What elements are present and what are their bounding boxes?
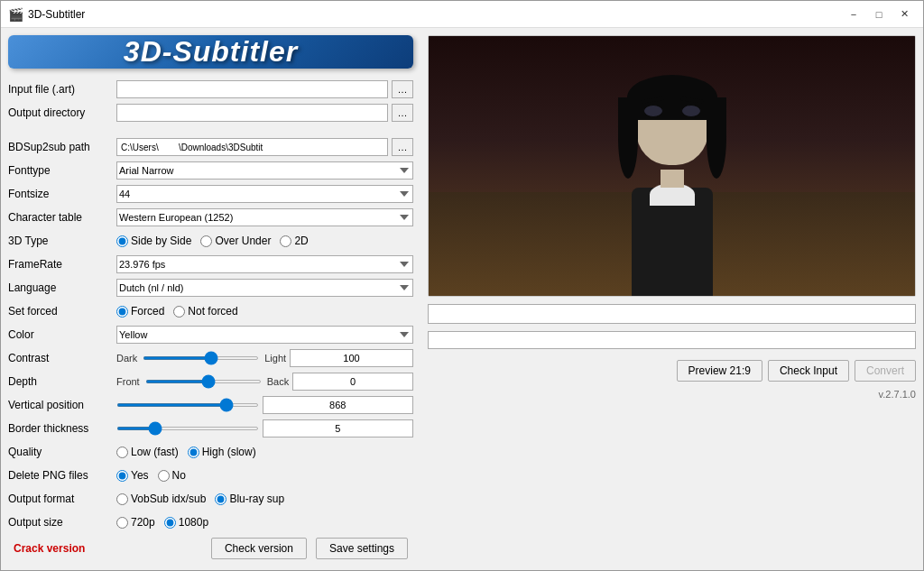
bdsup2sub-label: BDSup2sub path bbox=[8, 141, 116, 153]
fonttype-select[interactable]: Arial Narrow Arial Times New Roman bbox=[116, 161, 413, 180]
set-forced-radio-group: Forced Not forced bbox=[116, 305, 238, 318]
not-forced-label: Not forced bbox=[188, 305, 237, 318]
bdsup2sub-browse-button[interactable]: … bbox=[392, 138, 413, 156]
delete-png-no-label[interactable]: No bbox=[158, 469, 186, 482]
type-3d-side-by-side[interactable]: Side by Side bbox=[116, 235, 191, 247]
check-input-button[interactable]: Check Input bbox=[768, 360, 849, 382]
char-hair-right bbox=[707, 97, 726, 179]
forced-radio[interactable] bbox=[116, 306, 128, 318]
forced-label: Forced bbox=[131, 305, 164, 318]
character-body bbox=[618, 115, 726, 296]
input-file-field[interactable] bbox=[116, 80, 388, 98]
output-size-label: Output size bbox=[8, 516, 116, 529]
border-label: Border thickness bbox=[8, 422, 116, 435]
type-3d-2d[interactable]: 2D bbox=[280, 235, 308, 247]
framerate-select[interactable]: 23.976 fps 24 fps 25 fps 29.97 fps bbox=[116, 255, 413, 273]
quality-low-label[interactable]: Low (fast) bbox=[116, 446, 179, 458]
size-1080p-label[interactable]: 1080p bbox=[164, 516, 208, 529]
minimize-button[interactable]: − bbox=[842, 5, 865, 24]
type-3d-ou-label: Over Under bbox=[215, 235, 271, 247]
type-3d-2d-label: 2D bbox=[294, 235, 308, 247]
input-file-browse-button[interactable]: … bbox=[392, 80, 413, 98]
vertical-value-field[interactable] bbox=[263, 396, 414, 414]
char-table-select[interactable]: Western European (1252) UTF-8 bbox=[116, 208, 413, 226]
right-dropdown[interactable] bbox=[428, 304, 916, 324]
app-logo: 3D-Subtitler bbox=[8, 35, 413, 69]
preview-button[interactable]: Preview 21:9 bbox=[677, 360, 762, 382]
border-slider-container bbox=[116, 427, 259, 430]
character-area bbox=[429, 36, 915, 296]
vertical-label: Vertical position bbox=[8, 399, 116, 411]
maximize-button[interactable]: □ bbox=[867, 5, 891, 24]
language-select[interactable]: Dutch (nl / nld) English (en / eng) Germ… bbox=[116, 279, 413, 297]
convert-button[interactable]: Convert bbox=[855, 360, 916, 382]
set-forced-controls: Forced Not forced bbox=[116, 305, 413, 318]
fontsize-select[interactable]: 44 32 36 40 48 bbox=[116, 185, 413, 203]
border-value-field[interactable] bbox=[263, 419, 414, 437]
char-eye-right bbox=[681, 105, 701, 117]
vobsub-label[interactable]: VobSub idx/sub bbox=[116, 493, 206, 505]
type-3d-over-under[interactable]: Over Under bbox=[200, 235, 271, 247]
char-eye-left bbox=[643, 105, 663, 117]
depth-slider[interactable] bbox=[145, 380, 262, 383]
not-forced-radio-label[interactable]: Not forced bbox=[173, 305, 237, 318]
bluray-radio[interactable] bbox=[215, 493, 226, 505]
type-3d-2d-radio[interactable] bbox=[280, 235, 291, 247]
type-3d-ou-radio[interactable] bbox=[200, 235, 212, 247]
forced-radio-label[interactable]: Forced bbox=[116, 305, 164, 318]
left-panel: 3D-Subtitler Input file (.art) … Output … bbox=[1, 28, 420, 570]
size-1080p-radio[interactable] bbox=[164, 517, 176, 529]
type-3d-label: 3D Type bbox=[8, 235, 116, 247]
bdsup2sub-row: BDSup2sub path … bbox=[8, 137, 413, 157]
bluray-label[interactable]: Blu-ray sup bbox=[215, 493, 284, 505]
settings-form: Input file (.art) … Output directory … bbox=[8, 79, 413, 532]
delete-png-yes-label[interactable]: Yes bbox=[116, 469, 149, 482]
logo-text: 3D-Subtitler bbox=[124, 35, 298, 69]
window-title: 3D-Subtitler bbox=[28, 8, 842, 21]
right-text-input[interactable] bbox=[428, 331, 916, 349]
quality-label: Quality bbox=[8, 446, 116, 458]
content-area: 3D-Subtitler Input file (.art) … Output … bbox=[1, 28, 923, 570]
output-dir-label: Output directory bbox=[8, 106, 116, 119]
quality-high-radio[interactable] bbox=[188, 447, 199, 458]
contrast-slider[interactable] bbox=[143, 356, 259, 360]
output-format-radio-group: VobSub idx/sub Blu-ray sup bbox=[116, 493, 284, 505]
contrast-value-field[interactable] bbox=[290, 349, 413, 367]
save-settings-button[interactable]: Save settings bbox=[316, 538, 408, 559]
delete-png-no-radio[interactable] bbox=[158, 470, 170, 482]
bdsup2sub-controls: … bbox=[116, 138, 413, 156]
vertical-slider[interactable] bbox=[116, 403, 259, 407]
type-3d-sbs-radio[interactable] bbox=[116, 235, 128, 247]
vobsub-radio[interactable] bbox=[116, 493, 128, 505]
output-dir-field[interactable] bbox=[116, 104, 388, 122]
char-hair-left bbox=[618, 97, 638, 179]
size-720p-radio[interactable] bbox=[116, 517, 128, 529]
quality-controls: Low (fast) High (slow) bbox=[116, 446, 413, 458]
fonttype-row: Fonttype Arial Narrow Arial Times New Ro… bbox=[8, 161, 413, 180]
size-720p-label[interactable]: 720p bbox=[116, 516, 155, 529]
delete-png-no-text: No bbox=[172, 469, 186, 482]
check-version-button[interactable]: Check version bbox=[211, 538, 307, 559]
output-dir-browse-button[interactable]: … bbox=[392, 104, 413, 122]
size-1080p-text: 1080p bbox=[179, 516, 208, 529]
type-3d-radio-group: Side by Side Over Under 2D bbox=[116, 235, 309, 247]
depth-value-field[interactable] bbox=[292, 373, 413, 391]
color-controls: Yellow White Green Red bbox=[116, 326, 413, 344]
close-button[interactable]: ✕ bbox=[892, 5, 916, 24]
quality-high-label[interactable]: High (slow) bbox=[188, 446, 256, 458]
output-format-controls: VobSub idx/sub Blu-ray sup bbox=[116, 493, 413, 505]
border-slider[interactable] bbox=[116, 427, 259, 430]
fonttype-label: Fonttype bbox=[8, 164, 116, 177]
bdsup2sub-field[interactable] bbox=[116, 138, 388, 156]
char-table-label: Character table bbox=[8, 211, 116, 224]
quality-low-radio[interactable] bbox=[116, 447, 128, 458]
quality-high-text: High (slow) bbox=[202, 446, 256, 458]
delete-png-yes-radio[interactable] bbox=[116, 470, 128, 482]
color-select[interactable]: Yellow White Green Red bbox=[116, 326, 413, 344]
input-file-row: Input file (.art) … bbox=[8, 79, 413, 99]
language-label: Language bbox=[8, 281, 116, 294]
not-forced-radio[interactable] bbox=[173, 306, 185, 318]
preview-image-container bbox=[428, 35, 916, 297]
quality-row: Quality Low (fast) High (slow) bbox=[8, 442, 413, 462]
fontsize-row: Fontsize 44 32 36 40 48 bbox=[8, 184, 413, 204]
